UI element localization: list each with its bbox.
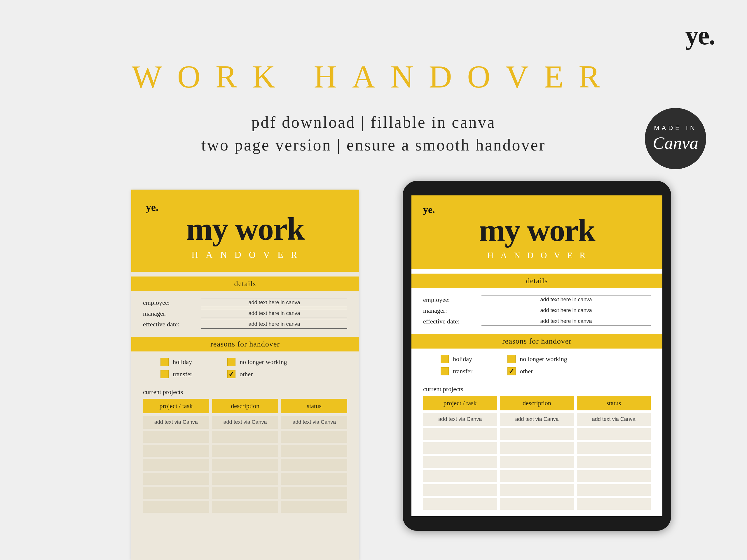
tablet-template-preview: ye. my work HANDOVER details employee: a… [403,181,671,531]
projects-cell [212,459,278,471]
projects-cell: add text via Canva [577,413,651,426]
projects-cell [281,487,347,499]
projects-cell [212,473,278,485]
projects-cell [577,470,651,482]
details-area: employee: add text here in canva manager… [131,291,359,337]
reason-label: holiday [173,358,192,366]
projects-row: add text via Canvaadd text via Canvaadd … [423,413,651,426]
projects-cell [500,498,574,510]
detail-label: effective date: [143,321,201,328]
projects-row [143,445,347,457]
checkbox-checked-icon: ✓ [508,367,516,375]
projects-cell [143,501,209,513]
projects-cell: add text via Canva [143,416,209,429]
projects-header-row: project / taskdescriptionstatus [143,399,347,413]
projects-cell [281,459,347,471]
projects-cell [423,498,497,510]
projects-cell [143,473,209,485]
band-details: details [131,276,359,291]
projects-cell [281,473,347,485]
projects-row [143,487,347,499]
projects-row [423,470,651,482]
projects-cell [500,470,574,482]
detail-value: add text here in canva [482,317,651,326]
page-subhead: pdf download | fillable in canva two pag… [0,111,747,157]
reason-item: transfer [441,367,472,375]
projects-cell [577,498,651,510]
projects-header-cell: project / task [143,399,209,413]
projects-row: add text via Canvaadd text via Canvaadd … [143,416,347,429]
detail-row: employee: add text here in canva [423,295,651,304]
projects-cell [423,428,497,440]
reasons-area: holiday transfer no longer working ✓ oth… [411,349,662,383]
projects-label: current projects [411,385,662,393]
projects-cell [212,501,278,513]
projects-cell [143,445,209,457]
projects-cell [281,501,347,513]
projects-row [423,498,651,510]
projects-cell [500,456,574,468]
projects-cell: add text via Canva [423,413,497,426]
detail-row: employee: add text here in canva [143,298,347,307]
projects-header-row: project / taskdescriptionstatus [423,396,651,410]
reason-label: other [239,370,253,378]
projects-header-cell: description [500,396,574,410]
checkbox-icon [441,355,449,363]
detail-label: effective date: [423,318,482,325]
projects-cell [423,484,497,496]
projects-label: current projects [131,388,359,396]
projects-header-cell: description [212,399,278,413]
projects-cell [577,442,651,454]
reason-item: ✓ other [508,367,567,375]
reason-label: transfer [453,368,472,375]
projects-row [143,431,347,443]
doc-header: ye. my work HANDOVER [131,190,359,272]
brand-logo: ye. [686,20,715,50]
projects-cell: add text via Canva [212,416,278,429]
projects-row [143,459,347,471]
doc-header: ye. my work HANDOVER [411,195,662,269]
projects-header-cell: status [281,399,347,413]
projects-cell [577,484,651,496]
band-details: details [411,273,662,288]
projects-cell [577,428,651,440]
projects-cell [423,442,497,454]
projects-row [143,501,347,513]
projects-row [143,473,347,485]
doc-title: my work [146,211,344,248]
reason-item: no longer working [508,355,567,363]
projects-cell [500,442,574,454]
checkbox-icon [160,358,169,366]
detail-label: employee: [423,296,482,303]
projects-cell [423,456,497,468]
projects-cell [212,431,278,443]
detail-value: add text here in canva [201,298,347,307]
doc-title: my work [423,212,651,248]
reason-label: transfer [173,370,192,378]
detail-row: manager: add text here in canva [143,309,347,318]
detail-value: add text here in canva [201,309,347,318]
projects-cell [212,487,278,499]
projects-row [423,442,651,454]
doc-subtitle: HANDOVER [423,250,651,260]
projects-cell [143,487,209,499]
detail-value: add text here in canva [201,320,347,329]
projects-cell [423,470,497,482]
reasons-area: holiday transfer no longer working ✓ oth… [131,351,359,386]
paper-template-preview: ye. my work HANDOVER details employee: a… [131,190,359,560]
projects-cell [212,445,278,457]
band-reasons: reasons for handover [131,337,359,351]
detail-label: manager: [423,307,482,314]
badge-main-text: Canva [653,133,699,153]
reason-item: holiday [441,355,472,363]
projects-cell [143,431,209,443]
checkbox-icon [508,355,516,363]
reason-item: transfer [160,370,192,378]
detail-row: effective date: add text here in canva [423,317,651,326]
checkbox-icon [227,358,235,366]
projects-cell [500,428,574,440]
badge-top-text: MADE IN [654,124,697,132]
detail-value: add text here in canva [482,295,651,304]
reason-item: holiday [160,358,192,366]
projects-cell [577,456,651,468]
